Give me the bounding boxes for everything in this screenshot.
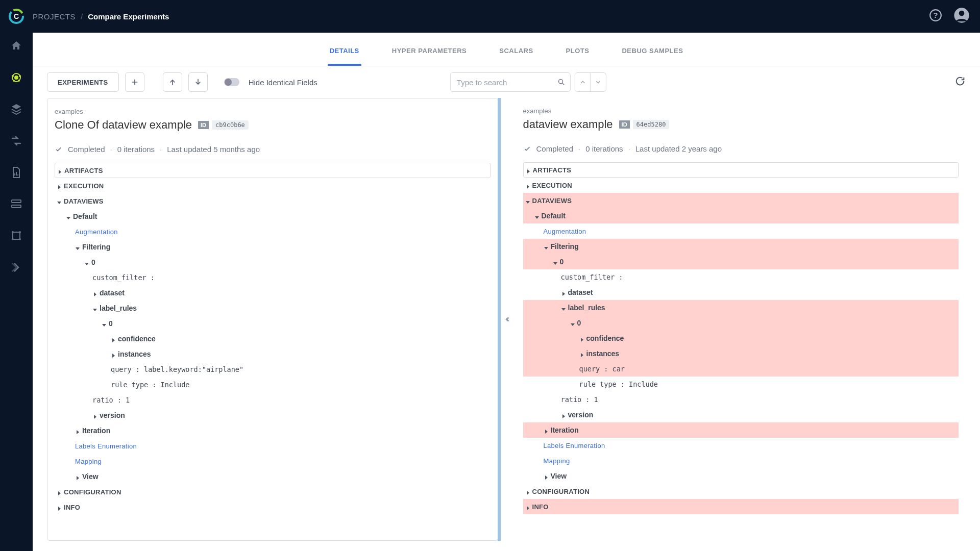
move-up-button[interactable] [163,72,182,92]
node-query: query : label.keyword:"airplane" [55,362,491,377]
svg-point-6 [959,11,965,16]
refresh-button[interactable] [954,76,966,89]
node-default[interactable]: Default [523,208,959,223]
sidebar-annotations[interactable] [8,228,24,244]
search-icon[interactable] [553,73,570,91]
node-instances[interactable]: instances [523,346,959,361]
svg-rect-14 [12,205,21,208]
sidebar-workers[interactable] [8,196,24,212]
node-custom-filter: custom_filter : [55,270,491,285]
hide-identical-toggle[interactable] [224,78,239,86]
experiment-id-badge: IDcb9c0b6e [198,120,249,130]
section-artifacts[interactable]: ARTIFACTS [55,163,491,178]
node-version[interactable]: version [523,407,959,422]
tab-details[interactable]: DETAILS [328,47,361,66]
node-filtering[interactable]: Filtering [523,239,959,254]
node-default[interactable]: Default [55,209,491,224]
breadcrumb-projects[interactable]: PROJECTS [33,12,76,21]
tab-plots[interactable]: PLOTS [564,47,592,66]
search-next-button[interactable] [591,73,606,91]
node-query: query : car [523,361,959,377]
sidebar-more[interactable] [8,259,24,276]
experiment-panel-left: examples Clone Of dataview example IDcb9… [47,98,498,541]
svg-point-10 [19,75,21,77]
node-iteration[interactable]: Iteration [523,422,959,438]
search-prev-button[interactable] [575,73,591,91]
node-confidence[interactable]: confidence [523,331,959,346]
breadcrumb-title: Compare Experiments [88,12,169,21]
node-confidence[interactable]: confidence [55,331,491,346]
node-lr-0[interactable]: 0 [523,315,959,331]
status-text: Completed [536,144,574,153]
app-logo[interactable]: C [0,0,33,33]
node-dataset[interactable]: dataset [55,285,491,300]
section-configuration[interactable]: CONFIGURATION [55,484,491,499]
section-configuration[interactable]: CONFIGURATION [523,484,959,499]
iterations-text: 0 iterations [117,145,155,154]
node-view[interactable]: View [523,468,959,484]
section-info[interactable]: INFO [523,499,959,514]
updated-text: Last updated 2 years ago [635,144,722,153]
tab-scalars[interactable]: SCALARS [497,47,535,66]
hide-identical-label: Hide Identical Fields [249,78,317,87]
breadcrumb: PROJECTS / Compare Experiments [33,12,169,21]
tabs: DETAILS HYPER PARAMETERS SCALARS PLOTS D… [33,33,980,66]
iterations-text: 0 iterations [585,144,623,153]
node-dataset[interactable]: dataset [523,285,959,300]
sidebar-home[interactable] [8,38,24,54]
svg-point-17 [12,238,14,240]
node-ratio: ratio : 1 [55,392,491,408]
tab-hyper-parameters[interactable]: HYPER PARAMETERS [390,47,469,66]
node-labels-enum[interactable]: Labels Enumeration [523,438,959,453]
main-content: DETAILS HYPER PARAMETERS SCALARS PLOTS D… [33,33,980,551]
section-artifacts[interactable]: ARTIFACTS [523,162,959,178]
project-label: examples [55,108,491,115]
sidebar-reports[interactable] [8,164,24,181]
user-icon[interactable] [953,7,970,26]
add-experiment-button[interactable] [125,72,144,92]
node-rule-type: rule type : Include [55,377,491,392]
status-row: Completed· 0 iterations· Last updated 5 … [47,145,498,154]
svg-point-16 [19,231,21,233]
node-label-rules[interactable]: label_rules [523,300,959,315]
section-execution[interactable]: EXECUTION [55,178,491,193]
sidebar-pipelines[interactable] [8,133,24,149]
move-down-button[interactable] [188,72,208,92]
sidebar [0,33,33,551]
status-row: Completed· 0 iterations· Last updated 2 … [516,144,966,153]
help-icon[interactable]: ? [929,9,942,24]
node-instances[interactable]: instances [55,346,491,362]
node-filter-0[interactable]: 0 [523,254,959,269]
experiments-button[interactable]: EXPERIMENTS [47,72,119,92]
experiment-id-badge: ID64ed5280 [619,120,670,129]
section-dataviews[interactable]: DATAVIEWS [55,193,491,209]
node-rule-type: rule type : Include [523,377,959,392]
node-mapping[interactable]: Mapping [523,453,959,468]
node-labels-enum[interactable]: Labels Enumeration [55,438,491,454]
node-augmentation[interactable]: Augmentation [55,224,491,239]
section-info[interactable]: INFO [55,499,491,515]
node-version[interactable]: version [55,408,491,423]
node-lr-0[interactable]: 0 [55,316,491,331]
experiment-title: dataview example [523,118,613,131]
node-filter-0[interactable]: 0 [55,255,491,270]
collapse-handle[interactable] [501,316,516,323]
experiment-title: Clone Of dataview example [55,118,192,132]
search-group [450,72,606,92]
svg-point-18 [19,238,21,240]
sidebar-experiments[interactable] [8,69,24,86]
search-input[interactable] [451,73,553,91]
details-tree: ARTIFACTS EXECUTION DATAVIEWS Default Au… [47,163,498,525]
section-dataviews[interactable]: DATAVIEWS [523,193,959,208]
compare-area: examples Clone Of dataview example IDcb9… [33,98,980,551]
node-mapping[interactable]: Mapping [55,454,491,469]
section-execution[interactable]: EXECUTION [523,178,959,193]
node-view[interactable]: View [55,469,491,484]
node-augmentation[interactable]: Augmentation [523,223,959,239]
node-iteration[interactable]: Iteration [55,423,491,438]
tab-debug-samples[interactable]: DEBUG SAMPLES [620,47,685,66]
node-filtering[interactable]: Filtering [55,239,491,255]
svg-point-9 [12,75,14,77]
sidebar-datasets[interactable] [8,101,24,117]
node-label-rules[interactable]: label_rules [55,300,491,316]
